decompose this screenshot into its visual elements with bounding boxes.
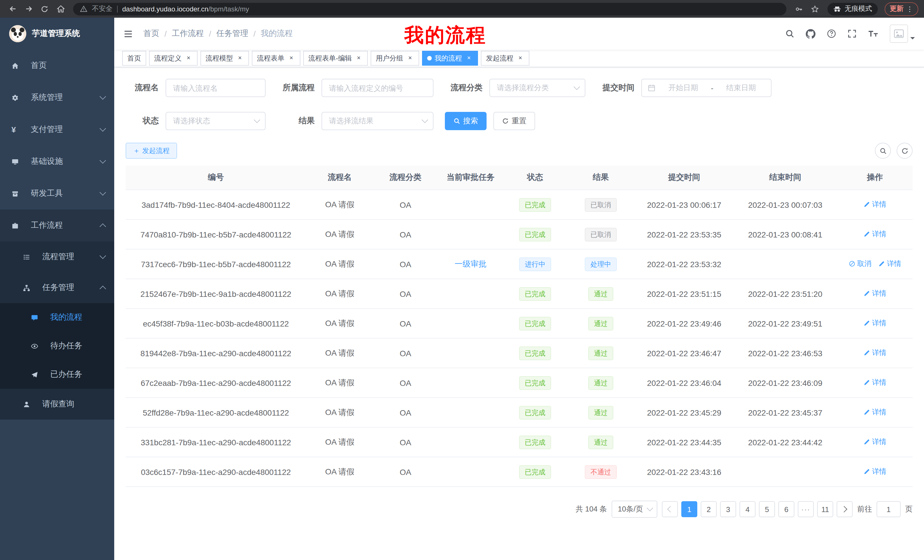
reset-button[interactable]: 重置 [494, 112, 535, 130]
detail-link[interactable]: 详情 [864, 437, 886, 447]
sidebar-item-infrastructure[interactable]: 基础设施 [0, 145, 114, 178]
column-header: 流程名 [306, 166, 374, 190]
tags-view-tab[interactable]: 流程模型× [201, 51, 249, 66]
search-button-label: 搜索 [463, 116, 478, 126]
cell-actions: 取消详情 [837, 249, 913, 279]
chevron-down-icon [100, 93, 106, 100]
sidebar-item-process-management[interactable]: 流程管理 [0, 241, 114, 272]
prev-page-button[interactable] [662, 501, 678, 517]
close-icon[interactable]: × [184, 54, 192, 62]
sidebar-item-done-task[interactable]: 已办任务 [0, 360, 114, 389]
goto-page-input[interactable] [877, 501, 901, 517]
more-pages-button[interactable]: ··· [798, 501, 814, 517]
breadcrumb-item[interactable]: 任务管理 [216, 28, 248, 39]
process-name-input[interactable] [166, 79, 266, 97]
sidebar-item-workflow[interactable]: 工作流程 [0, 210, 114, 241]
fullscreen-icon[interactable] [848, 29, 856, 38]
action-label: 取消 [857, 259, 872, 269]
page-number-button[interactable]: 1 [681, 501, 697, 517]
cell-status: 已完成 [504, 398, 567, 427]
tags-view-tab[interactable]: 流程定义× [149, 51, 198, 66]
bookmark-star-icon[interactable] [808, 2, 822, 16]
current-task-link[interactable]: 一级审批 [454, 259, 486, 268]
tags-view-tab[interactable]: 流程表单× [252, 51, 300, 66]
page-number-button[interactable]: 4 [740, 501, 756, 517]
password-key-icon[interactable] [792, 2, 806, 16]
breadcrumb-item[interactable]: 工作流程 [172, 28, 204, 39]
detail-link[interactable]: 详情 [864, 200, 886, 210]
detail-link[interactable]: 详情 [864, 348, 886, 358]
next-page-button[interactable] [837, 501, 853, 517]
user-menu[interactable] [890, 24, 915, 43]
back-icon[interactable] [6, 2, 20, 16]
close-icon[interactable]: × [406, 54, 414, 62]
sidebar-item-home[interactable]: 首页 [0, 49, 114, 82]
update-button[interactable]: 更新 ⋮ [885, 2, 918, 16]
page-number-button[interactable]: 5 [759, 501, 775, 517]
detail-link[interactable]: 详情 [864, 289, 886, 298]
detail-link[interactable]: 详情 [864, 378, 886, 388]
close-icon[interactable]: × [236, 54, 244, 62]
breadcrumb-item[interactable]: 首页 [143, 28, 159, 39]
page-number-button[interactable]: 2 [701, 501, 717, 517]
incognito-icon [833, 5, 841, 13]
category-select[interactable]: 请选择流程分类 [489, 79, 585, 97]
forward-icon[interactable] [22, 2, 35, 16]
help-icon[interactable] [827, 29, 836, 38]
detail-link[interactable]: 详情 [878, 259, 901, 269]
sidebar-item-task-management[interactable]: 任务管理 [0, 272, 114, 303]
tags-view-tab[interactable]: 首页 [122, 51, 146, 66]
sidebar-item-todo-task[interactable]: 待办任务 [0, 332, 114, 360]
detail-link[interactable]: 详情 [864, 319, 886, 328]
process-def-input[interactable] [321, 79, 434, 97]
close-icon[interactable]: × [465, 54, 473, 62]
cell-status: 已完成 [504, 220, 567, 249]
refresh-table-icon[interactable] [897, 143, 913, 159]
sidebar-item-my-process[interactable]: 我的流程 [0, 303, 114, 332]
reset-button-label: 重置 [512, 116, 526, 126]
search-icon[interactable] [785, 29, 794, 38]
sidebar-item-leave-query[interactable]: 请假查询 [0, 389, 114, 419]
show-search-icon[interactable] [875, 143, 891, 159]
table-row: 67c2eaab-7b9a-11ec-a290-acde48001122OA 请… [126, 368, 913, 398]
tags-view-tab[interactable]: 用户分组× [370, 51, 419, 66]
table-toolbar: ＋ 发起流程 [126, 143, 913, 159]
detail-link[interactable]: 详情 [864, 229, 886, 239]
cancel-link[interactable]: 取消 [849, 259, 872, 269]
sidebar-item-dev-tools[interactable]: 研发工具 [0, 178, 114, 210]
close-icon[interactable]: × [287, 54, 295, 62]
close-icon[interactable]: × [516, 54, 524, 62]
address-bar[interactable]: 不安全 dashboard.yudao.iocoder.cn/bpm/task/… [73, 3, 786, 15]
cell-process-name: OA 请假 [306, 308, 374, 338]
browser-menu-icon[interactable]: ⋮ [906, 5, 913, 13]
close-icon[interactable]: × [355, 54, 363, 62]
sidebar-item-label: 支付管理 [31, 124, 63, 135]
status-select[interactable]: 请选择状态 [166, 112, 266, 130]
cell-result: 通过 [567, 338, 635, 368]
page-size-select[interactable]: 10条/页 [612, 501, 657, 518]
sidebar-item-system[interactable]: 系统管理 [0, 82, 114, 114]
tags-view-tab[interactable]: 我的流程× [422, 51, 478, 66]
sidebar-item-label: 我的流程 [50, 312, 82, 322]
reload-icon[interactable] [38, 2, 51, 16]
hamburger-icon[interactable] [123, 29, 133, 39]
submit-time-range-picker[interactable]: 开始日期 - 结束日期 [641, 79, 771, 97]
column-header: 操作 [837, 166, 913, 190]
tags-view-tab[interactable]: 流程表单-编辑× [303, 51, 368, 66]
result-select[interactable]: 请选择流结果 [321, 112, 434, 130]
font-size-icon[interactable] [868, 29, 878, 38]
detail-link[interactable]: 详情 [864, 407, 886, 417]
cell-end-time: 2022-01-22 23:46:53 [733, 338, 837, 368]
chevron-down-icon [100, 157, 106, 164]
page-number-button[interactable]: 6 [778, 501, 794, 517]
page-number-button[interactable]: 3 [720, 501, 736, 517]
cell-process-name: OA 请假 [306, 249, 374, 279]
create-process-button[interactable]: ＋ 发起流程 [126, 143, 177, 159]
github-icon[interactable] [806, 29, 816, 39]
detail-link[interactable]: 详情 [864, 467, 886, 477]
search-button[interactable]: 搜索 [445, 112, 486, 130]
page-number-button[interactable]: 11 [817, 501, 833, 517]
sidebar-item-payment[interactable]: ¥支付管理 [0, 114, 114, 145]
tags-view-tab[interactable]: 发起流程× [481, 51, 530, 66]
home-browser-icon[interactable] [54, 2, 68, 16]
